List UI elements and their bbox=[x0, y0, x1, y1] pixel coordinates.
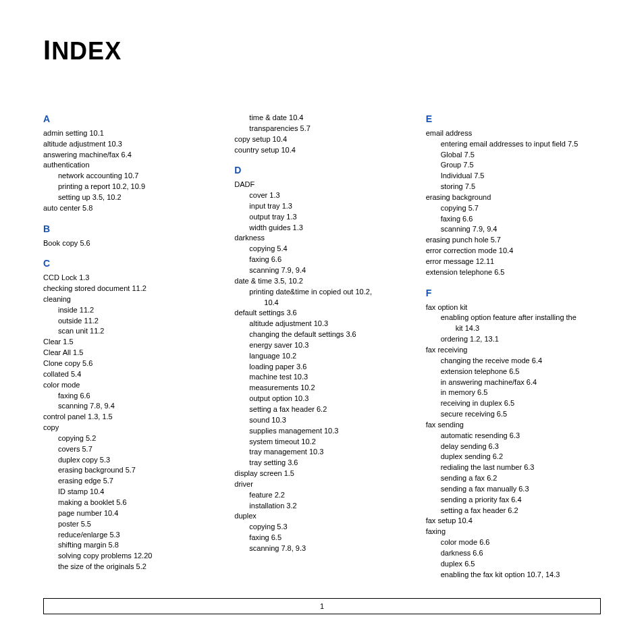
index-entry: email address bbox=[426, 128, 601, 138]
index-entry: copying 5.4 bbox=[234, 244, 409, 254]
index-entry: cover 1.3 bbox=[234, 190, 409, 200]
index-entry: copy setup 10.4 bbox=[234, 134, 409, 144]
index-entry: feature 2.2 bbox=[234, 490, 409, 500]
index-entry: tray setting 3.6 bbox=[234, 458, 409, 468]
index-entry: display screen 1.5 bbox=[234, 468, 409, 479]
index-entry: delay sending 6.3 bbox=[426, 441, 601, 452]
index-entry: page number 10.4 bbox=[43, 508, 218, 518]
index-entry: outside 11.2 bbox=[43, 316, 218, 326]
index-entry: changing the default settings 3.6 bbox=[234, 329, 409, 340]
index-entry: control panel 1.3, 1.5 bbox=[43, 412, 218, 422]
index-entry: secure receiving 6.5 bbox=[426, 409, 601, 419]
index-entry: supplies management 10.3 bbox=[234, 426, 409, 436]
index-entry: sending a fax manually 6.3 bbox=[426, 484, 601, 494]
index-entry: altitude adjustment 10.3 bbox=[234, 319, 409, 329]
index-entry: admin setting 10.1 bbox=[43, 128, 218, 138]
index-entry: sending a priority fax 6.4 bbox=[426, 495, 601, 505]
index-entry: installation 3.2 bbox=[234, 501, 409, 511]
index-entry: fax receiving bbox=[426, 345, 601, 355]
page-title: INDEX bbox=[43, 35, 601, 65]
index-entry: error message 12.11 bbox=[426, 257, 601, 267]
index-entry: enabling option feature after installing… bbox=[426, 313, 601, 323]
index-entry: printing a report 10.2, 10.9 bbox=[43, 182, 218, 192]
index-entry: date & time 3.5, 10.2 bbox=[234, 276, 409, 286]
index-entry: darkness bbox=[234, 233, 409, 243]
index-entry: erasing punch hole 5.7 bbox=[426, 235, 601, 245]
index-entry: shifting margin 5.8 bbox=[43, 540, 218, 550]
index-entry: receiving in duplex 6.5 bbox=[426, 398, 601, 408]
index-entry: copy bbox=[43, 423, 218, 433]
index-entry: network accounting 10.7 bbox=[43, 171, 218, 181]
index-letter-heading: F bbox=[426, 287, 601, 300]
index-entry: 10.4 bbox=[234, 298, 409, 308]
index-entry: faxing 6.5 bbox=[234, 533, 409, 543]
index-entry: answering machine/fax 6.4 bbox=[43, 150, 218, 160]
index-entry: duplex sending 6.2 bbox=[426, 452, 601, 462]
index-column: time & date 10.4transparencies 5.7copy s… bbox=[234, 113, 409, 581]
index-entry: reduce/enlarge 5.3 bbox=[43, 530, 218, 540]
index-entry: scanning 7.9, 9.4 bbox=[426, 224, 601, 234]
index-entry: duplex copy 5.3 bbox=[43, 455, 218, 465]
index-entry: Clear All 1.5 bbox=[43, 348, 218, 358]
index-entry: Global 7.5 bbox=[426, 150, 601, 160]
index-entry: copying 5.3 bbox=[234, 522, 409, 532]
index-entry: width guides 1.3 bbox=[234, 223, 409, 233]
index-entry: output tray 1.3 bbox=[234, 212, 409, 222]
index-entry: changing the receive mode 6.4 bbox=[426, 356, 601, 366]
index-entry: energy saver 10.3 bbox=[234, 340, 409, 350]
index-entry: printing date&time in copied out 10.2, bbox=[234, 287, 409, 297]
index-entry: extension telephone 6.5 bbox=[426, 267, 601, 277]
index-letter-heading: A bbox=[43, 113, 218, 126]
index-entry: faxing 6.6 bbox=[234, 254, 409, 265]
index-entry: fax setup 10.4 bbox=[426, 516, 601, 526]
index-entry: Individual 7.5 bbox=[426, 171, 601, 181]
index-entry: copying 5.2 bbox=[43, 433, 218, 444]
index-entry: country setup 10.4 bbox=[234, 145, 409, 155]
index-entry: setting a fax header 6.2 bbox=[426, 506, 601, 516]
index-entry: color mode bbox=[43, 380, 218, 390]
index-entry: time & date 10.4 bbox=[234, 113, 409, 123]
index-entry: Clone copy 5.6 bbox=[43, 358, 218, 369]
index-entry: language 10.2 bbox=[234, 351, 409, 361]
index-entry: in answering machine/fax 6.4 bbox=[426, 377, 601, 387]
index-entry: driver bbox=[234, 479, 409, 489]
index-entry: sending a fax 6.2 bbox=[426, 473, 601, 483]
index-entry: ID stamp 10.4 bbox=[43, 487, 218, 497]
index-entry: erasing background bbox=[426, 192, 601, 203]
index-entry: setting a fax header 6.2 bbox=[234, 404, 409, 414]
index-entry: measurements 10.2 bbox=[234, 383, 409, 393]
index-entry: redialing the last number 6.3 bbox=[426, 462, 601, 473]
index-entry: checking stored document 11.2 bbox=[43, 284, 218, 294]
page-footer: 1 bbox=[43, 598, 601, 614]
index-entry: system timeout 10.2 bbox=[234, 437, 409, 447]
index-entry: Book copy 5.6 bbox=[43, 238, 218, 248]
index-entry: storing 7.5 bbox=[426, 182, 601, 192]
index-entry: enabling the fax kit option 10.7, 14.3 bbox=[426, 570, 601, 580]
index-letter-heading: E bbox=[426, 113, 601, 126]
index-entry: tray management 10.3 bbox=[234, 447, 409, 457]
index-entry: inside 11.2 bbox=[43, 305, 218, 315]
index-entry: duplex 6.5 bbox=[426, 559, 601, 569]
index-letter-heading: B bbox=[43, 223, 218, 236]
index-entry: loading paper 3.6 bbox=[234, 362, 409, 372]
index-entry: extension telephone 6.5 bbox=[426, 367, 601, 377]
index-entry: erasing background 5.7 bbox=[43, 465, 218, 475]
index-entry: setting up 3.5, 10.2 bbox=[43, 192, 218, 203]
index-entry: ordering 1.2, 13.1 bbox=[426, 334, 601, 344]
index-entry: duplex bbox=[234, 511, 409, 521]
index-entry: Clear 1.5 bbox=[43, 337, 218, 347]
index-entry: copying 5.7 bbox=[426, 203, 601, 213]
index-entry: entering email addresses to input field … bbox=[426, 139, 601, 149]
index-entry: auto center 5.8 bbox=[43, 203, 218, 213]
index-entry: color mode 6.6 bbox=[426, 537, 601, 547]
index-entry: transparencies 5.7 bbox=[234, 124, 409, 134]
index-entry: scanning 7.9, 9.4 bbox=[234, 265, 409, 275]
index-entry: authentication bbox=[43, 160, 218, 170]
index-entry: kit 14.3 bbox=[426, 323, 601, 333]
index-entry: sound 10.3 bbox=[234, 415, 409, 425]
index-entry: darkness 6.6 bbox=[426, 548, 601, 558]
index-entry: altitude adjustment 10.3 bbox=[43, 139, 218, 149]
index-entry: Group 7.5 bbox=[426, 160, 601, 170]
index-entry: making a booklet 5.6 bbox=[43, 498, 218, 508]
index-entry: fax sending bbox=[426, 420, 601, 430]
